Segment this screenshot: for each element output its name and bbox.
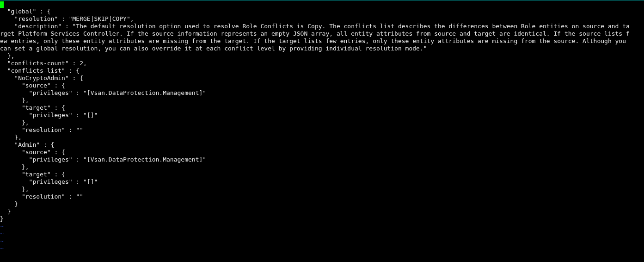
- line: "description" : "The default resolution …: [0, 23, 630, 30]
- terminal-window[interactable]: "global" : { "resolution" : "MERGE|SKIP|…: [0, 0, 644, 262]
- line: },: [0, 163, 29, 170]
- line: "NoCryptoAdmin" : {: [0, 75, 83, 81]
- line: "resolution" : "": [0, 126, 83, 133]
- line: "source" : {: [0, 82, 65, 89]
- empty-line-tilde: ~: [0, 230, 4, 237]
- line: "target" : {: [0, 104, 65, 111]
- status-bar: "Conflict_Roles.json" [noeol] 27L, 1139C…: [0, 255, 644, 262]
- line: "global" : {: [0, 8, 51, 15]
- line: "conflicts-count" : 2,: [0, 60, 87, 67]
- empty-line-tilde: ~: [0, 223, 4, 230]
- line: },: [0, 119, 29, 126]
- line: "resolution" : "": [0, 193, 83, 200]
- line: }: [0, 208, 11, 215]
- line: }: [0, 200, 18, 207]
- line: "Admin" : {: [0, 141, 54, 148]
- line: "privileges" : "[Vsan.DataProtection.Man…: [0, 156, 206, 163]
- line: "privileges" : "[]": [0, 178, 98, 185]
- line: can set a global resolution, you can als…: [0, 45, 427, 52]
- line: "resolution" : "MERGE|SKIP|COPY",: [0, 15, 134, 22]
- line: },: [0, 52, 14, 59]
- line: "source" : {: [0, 149, 65, 156]
- line: },: [0, 97, 29, 104]
- line: },: [0, 186, 29, 193]
- line: "target" : {: [0, 171, 65, 178]
- line: "privileges" : "[Vsan.DataProtection.Man…: [0, 89, 206, 96]
- line: rget Platform Services Controller. If th…: [0, 30, 630, 37]
- line: },: [0, 134, 22, 141]
- line: }: [0, 215, 4, 222]
- empty-line-tilde: ~: [0, 245, 4, 252]
- editor-content[interactable]: "global" : { "resolution" : "MERGE|SKIP|…: [0, 0, 644, 252]
- line: "conflicts-list" : {: [0, 67, 80, 74]
- line: ew entries, only these entity attributes…: [0, 37, 630, 44]
- line: "privileges" : "[]": [0, 112, 98, 119]
- cursor: [0, 1, 4, 8]
- empty-line-tilde: ~: [0, 237, 4, 244]
